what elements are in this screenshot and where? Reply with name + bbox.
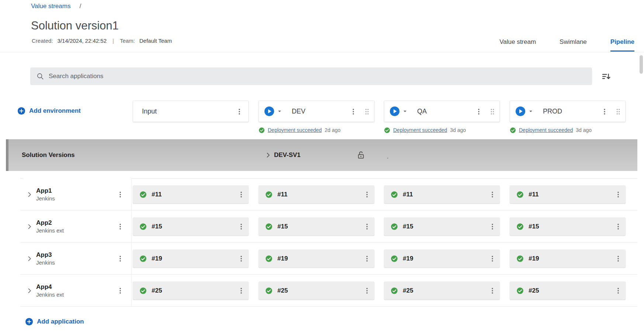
build-menu-button[interactable] — [236, 189, 246, 200]
build-card[interactable]: #19 — [259, 249, 374, 268]
build-card[interactable]: #15 — [384, 217, 500, 235]
build-card[interactable]: #11 — [384, 185, 500, 203]
run-deployment-button[interactable] — [515, 106, 526, 116]
app-menu-button[interactable] — [115, 221, 125, 232]
expand-chevron-icon[interactable] — [26, 287, 33, 294]
solution-versions-band: Solution Versions DEV-SV1 . — [8, 139, 637, 171]
success-icon — [516, 287, 524, 294]
build-menu-button[interactable] — [236, 221, 246, 232]
build-menu-button[interactable] — [362, 221, 372, 232]
deployment-succeeded-link[interactable]: Deployment succeeded — [393, 127, 447, 133]
vertical-scrollbar[interactable] — [640, 55, 643, 74]
run-options-caret-icon[interactable] — [527, 108, 534, 115]
build-card[interactable]: #11 — [133, 185, 249, 203]
build-menu-button[interactable] — [236, 286, 246, 296]
app-panel[interactable]: App1 Jenkins — [23, 178, 132, 210]
sort-button[interactable] — [599, 69, 613, 83]
build-menu-button[interactable] — [613, 254, 623, 264]
drag-handle-icon[interactable] — [363, 108, 371, 116]
app-row-app4: App4 Jenkins ext #25 #25 #25 #25 — [0, 275, 644, 307]
drag-handle-icon[interactable] — [614, 108, 622, 116]
plus-icon — [17, 107, 25, 115]
env-header-prod: PROD — [510, 101, 626, 122]
build-card[interactable]: #15 — [510, 217, 626, 235]
expand-chevron-icon[interactable] — [26, 191, 33, 198]
app-engine: Jenkins ext — [36, 291, 64, 298]
deployment-succeeded-link[interactable]: Deployment succeeded — [268, 127, 322, 133]
build-number: #25 — [529, 287, 539, 294]
sort-icon — [601, 71, 611, 81]
build-number: #15 — [277, 223, 288, 230]
build-menu-button[interactable] — [613, 286, 623, 296]
app-panel[interactable]: App2 Jenkins ext — [23, 210, 132, 242]
run-deployment-button[interactable] — [389, 106, 400, 116]
build-menu-button[interactable] — [613, 221, 623, 232]
build-menu-button[interactable] — [487, 254, 498, 264]
app-menu-button[interactable] — [115, 254, 125, 264]
env-name: DEV — [292, 108, 305, 115]
build-number: #11 — [152, 191, 162, 198]
app-menu-button[interactable] — [115, 189, 125, 200]
success-icon — [265, 255, 273, 262]
build-menu-button[interactable] — [487, 189, 498, 200]
run-options-caret-icon[interactable] — [402, 108, 408, 115]
solution-versions-title: Solution Versions — [22, 151, 75, 159]
build-card[interactable]: #25 — [133, 282, 249, 300]
build-number: #11 — [403, 191, 413, 198]
app-engine: Jenkins — [36, 259, 55, 266]
run-options-caret-icon[interactable] — [276, 108, 283, 115]
env-menu-button[interactable] — [348, 106, 359, 117]
build-card[interactable]: #19 — [133, 249, 249, 268]
deployment-status-prod: Deployment succeeded 3d ago — [510, 127, 592, 133]
solution-version-name[interactable]: DEV-SV1 — [274, 151, 301, 159]
success-icon — [265, 223, 273, 230]
run-deployment-button[interactable] — [264, 106, 274, 116]
build-card[interactable]: #25 — [384, 282, 500, 300]
view-tabs: Value stream Swimlane Pipeline — [499, 38, 634, 52]
search-input[interactable] — [49, 73, 586, 80]
build-menu-button[interactable] — [362, 189, 372, 200]
build-card[interactable]: #19 — [510, 249, 626, 268]
app-panel[interactable]: App4 Jenkins ext — [23, 275, 132, 307]
unlock-icon[interactable] — [356, 151, 366, 160]
expand-chevron-icon[interactable] — [26, 223, 33, 230]
solution-version-expand-chevron-icon[interactable] — [264, 151, 272, 159]
build-card[interactable]: #15 — [133, 217, 249, 235]
env-menu-button[interactable] — [474, 106, 484, 117]
build-number: #19 — [403, 255, 413, 262]
build-card[interactable]: #19 — [384, 249, 500, 268]
deployment-succeeded-link[interactable]: Deployment succeeded — [519, 127, 573, 133]
deployment-status-qa: Deployment succeeded 3d ago — [384, 127, 466, 133]
plus-icon — [25, 318, 33, 326]
tab-swimlane[interactable]: Swimlane — [560, 38, 587, 52]
success-icon — [516, 223, 524, 230]
env-menu-button[interactable] — [599, 106, 610, 117]
build-menu-button[interactable] — [487, 286, 498, 296]
expand-chevron-icon[interactable] — [26, 255, 33, 262]
build-menu-button[interactable] — [362, 286, 372, 296]
success-icon — [139, 223, 147, 230]
build-menu-button[interactable] — [613, 189, 623, 200]
app-menu-button[interactable] — [115, 286, 125, 296]
build-menu-button[interactable] — [362, 254, 372, 264]
tab-pipeline[interactable]: Pipeline — [610, 38, 634, 52]
build-number: #19 — [152, 255, 162, 262]
app-panel[interactable]: App3 Jenkins — [23, 242, 132, 275]
add-environment-button[interactable]: Add environment — [17, 107, 81, 115]
build-menu-button[interactable] — [236, 254, 246, 264]
build-card[interactable]: #25 — [259, 282, 374, 300]
build-menu-button[interactable] — [487, 221, 498, 232]
success-icon — [139, 255, 147, 262]
build-card[interactable]: #11 — [510, 185, 626, 203]
env-name: Input — [142, 108, 157, 115]
add-application-button[interactable]: Add application — [25, 318, 84, 326]
env-menu-button[interactable] — [234, 106, 245, 117]
breadcrumb-value-streams-link[interactable]: Value streams — [31, 3, 70, 10]
build-card[interactable]: #25 — [510, 282, 626, 300]
tab-value-stream[interactable]: Value stream — [499, 38, 536, 52]
build-card[interactable]: #11 — [259, 185, 374, 203]
drag-handle-icon[interactable] — [488, 108, 496, 116]
success-icon — [391, 255, 398, 262]
breadcrumb: Value streams / — [31, 3, 81, 10]
build-card[interactable]: #15 — [259, 217, 374, 235]
